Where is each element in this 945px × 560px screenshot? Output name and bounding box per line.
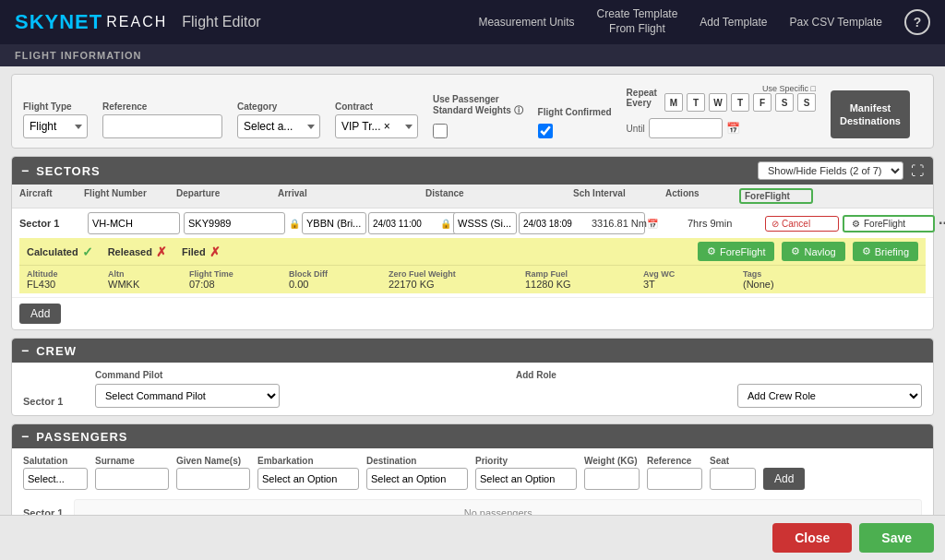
use-specific-label: Use Specific □ — [762, 84, 816, 93]
given-names-label: Given Name(s) — [176, 456, 250, 466]
flight-type-select[interactable]: Flight — [23, 114, 88, 138]
flight-number-input[interactable] — [184, 212, 285, 234]
embarkation-select[interactable]: Select an Option — [257, 468, 359, 490]
col-flight-number: Flight Number — [84, 188, 176, 204]
command-pilot-select[interactable]: Select Command Pilot — [95, 384, 280, 408]
flight-info-title: FLIGHT INFORMATION — [15, 50, 142, 61]
surname-input[interactable] — [95, 468, 169, 490]
flight-type-group: Flight Type Flight — [23, 101, 88, 138]
day-th-btn[interactable]: T — [731, 93, 749, 112]
brand-skynet: SKYNET — [15, 10, 102, 34]
seat-input[interactable] — [710, 468, 756, 490]
passengers-title: PASSENGERS — [36, 430, 127, 444]
briefing-button[interactable]: ⚙ Briefing — [853, 242, 918, 261]
crew-toggle[interactable]: − — [21, 343, 29, 358]
close-button[interactable]: Close — [772, 523, 852, 553]
add-crew-role-select[interactable]: Add Crew Role — [737, 384, 922, 408]
add-template-link[interactable]: Add Template — [700, 16, 767, 29]
flight-info-row: Flight Type Flight Reference Category Se… — [23, 84, 922, 138]
sectors-column-headers: Aircraft Flight Number Departure Arrival… — [12, 185, 933, 209]
sectors-toggle[interactable]: − — [21, 163, 29, 178]
day-f-btn[interactable]: F — [753, 93, 772, 112]
flight-time-label: Flight Time — [189, 269, 281, 279]
calendar-icon[interactable]: 📅 — [726, 122, 740, 135]
create-template-link[interactable]: Create TemplateFrom Flight — [597, 7, 678, 36]
save-button[interactable]: Save — [859, 523, 934, 553]
brand: SKYNET REACH Flight Editor — [15, 10, 261, 34]
show-hide-select[interactable]: Show/Hide Fields (2 of 7) — [758, 161, 903, 180]
foreflight-action-button[interactable]: ⚙ ForeFlight — [698, 242, 775, 261]
avg-wc-label: Avg WC — [643, 269, 736, 279]
col-sch-interval: Sch Interval — [573, 188, 665, 204]
expand-icon[interactable]: ⛶ — [911, 163, 924, 178]
altn-value: WMKK — [108, 279, 182, 290]
measurement-units-link[interactable]: Measurement Units — [478, 16, 574, 29]
col-distance: Distance — [425, 188, 573, 204]
flight-confirmed-checkbox[interactable] — [538, 124, 553, 138]
altn-detail: Altn WMKK — [108, 269, 182, 290]
reference-input[interactable] — [102, 114, 222, 138]
more-options-button[interactable]: ··· — [939, 215, 945, 232]
altitude-value: FL430 — [27, 279, 101, 290]
ramp-fuel-detail: Ramp Fuel 11280 KG — [525, 269, 636, 290]
weight-label: Weight (KG) — [584, 456, 640, 466]
destination-label: Destination — [366, 456, 468, 466]
contract-select[interactable]: VIP Tr... × — [335, 114, 418, 138]
day-s2-btn[interactable]: S — [797, 93, 816, 112]
arrival-lock-icon: 🔒 — [440, 219, 451, 229]
destination-select[interactable]: Select an Option — [366, 468, 468, 490]
cancel-button[interactable]: ⊘ Cancel — [765, 216, 839, 232]
crew-sector-label: Sector 1 — [23, 385, 88, 407]
zero-fuel-value: 22170 KG — [389, 279, 518, 290]
category-group: Category Select a... — [237, 101, 320, 138]
salutation-select[interactable]: Select... — [23, 468, 88, 490]
passengers-add-button[interactable]: Add — [763, 468, 805, 490]
given-names-input[interactable] — [176, 468, 250, 490]
sch-interval-value: 7hrs 9min — [688, 218, 761, 229]
category-select[interactable]: Select a... — [237, 114, 320, 138]
passengers-toggle[interactable]: − — [21, 429, 29, 444]
help-button[interactable]: ? — [904, 9, 930, 35]
filed-label: Filed — [182, 246, 206, 257]
priority-select[interactable]: Select an Option — [475, 468, 577, 490]
tags-value: (None) — [743, 279, 918, 290]
manifest-destinations-button[interactable]: ManifestDestinations — [831, 90, 910, 138]
add-role-col-label: Add Role — [516, 370, 922, 380]
weight-input[interactable] — [584, 468, 640, 490]
sector-main-row: Sector 1 VH-MCH 🔒 YBBN (Bri... 📅 🔒 — [19, 212, 926, 234]
col-aircraft: Aircraft — [19, 188, 84, 204]
reference-group: Reference — [102, 101, 222, 138]
navlog-button[interactable]: ⚙ Navlog — [782, 242, 844, 261]
reference-input[interactable] — [647, 468, 702, 490]
bottom-bar: Close Save — [0, 515, 945, 560]
calculated-status: Calculated ✓ — [27, 244, 93, 259]
header-nav: Measurement Units Create TemplateFrom Fl… — [478, 7, 930, 36]
navlog-icon: ⚙ — [791, 245, 800, 257]
day-s1-btn[interactable]: S — [775, 93, 794, 112]
priority-label: Priority — [475, 456, 577, 466]
pax-csv-template-link[interactable]: Pax CSV Template — [790, 16, 883, 29]
released-x-icon: ✗ — [156, 244, 167, 259]
block-diff-value: 0.00 — [289, 279, 381, 290]
arrival-select[interactable]: WSSS (Si... — [453, 212, 517, 234]
foreflight-button[interactable]: ⚙ ForeFlight — [843, 215, 935, 232]
day-w-btn[interactable]: W — [709, 93, 727, 112]
flight-type-label: Flight Type — [23, 101, 88, 112]
day-m-btn[interactable]: M — [664, 93, 683, 112]
sectors-add-button[interactable]: Add — [19, 304, 61, 324]
briefing-icon: ⚙ — [862, 245, 871, 257]
sectors-title: SECTORS — [36, 164, 101, 178]
command-pilot-col-label: Command Pilot — [95, 370, 501, 380]
departure-select[interactable]: YBBN (Bri... — [302, 212, 366, 234]
until-input[interactable] — [649, 118, 723, 138]
day-t-btn[interactable]: T — [687, 93, 705, 112]
ramp-fuel-label: Ramp Fuel — [525, 269, 636, 279]
crew-header-left: − CREW — [21, 343, 77, 358]
use-passenger-checkbox[interactable] — [433, 124, 448, 138]
aircraft-select[interactable]: VH-MCH — [88, 212, 180, 234]
repeat-days-row: M T W T F S S — [664, 93, 816, 112]
crew-inputs-row: Sector 1 Select Command Pilot Add Crew R… — [23, 384, 922, 408]
avg-wc-detail: Avg WC 3T — [643, 269, 736, 290]
app-title: Flight Editor — [182, 14, 260, 30]
salutation-group: Salutation Select... — [23, 456, 88, 490]
